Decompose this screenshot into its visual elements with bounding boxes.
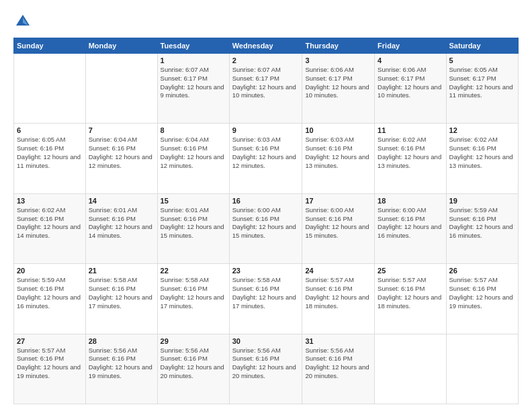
page: SundayMondayTuesdayWednesdayThursdayFrid… xyxy=(0,0,532,411)
day-number: 21 xyxy=(89,267,154,275)
day-info: Sunrise: 6:02 AM Sunset: 6:16 PM Dayligh… xyxy=(449,136,515,170)
day-info: Sunrise: 5:59 AM Sunset: 6:16 PM Dayligh… xyxy=(17,276,83,310)
calendar-cell: 16Sunrise: 6:00 AM Sunset: 6:16 PM Dayli… xyxy=(229,193,302,263)
header xyxy=(13,12,519,31)
day-info: Sunrise: 5:57 AM Sunset: 6:16 PM Dayligh… xyxy=(17,347,83,381)
weekday-header: Tuesday xyxy=(157,38,229,54)
day-number: 3 xyxy=(305,56,371,64)
calendar-cell: 11Sunrise: 6:02 AM Sunset: 6:16 PM Dayli… xyxy=(375,124,446,193)
calendar-cell: 12Sunrise: 6:02 AM Sunset: 6:16 PM Dayli… xyxy=(446,124,518,193)
calendar-cell: 26Sunrise: 5:57 AM Sunset: 6:16 PM Dayli… xyxy=(446,264,518,334)
calendar-week-row: 27Sunrise: 5:57 AM Sunset: 6:16 PM Dayli… xyxy=(14,334,519,404)
day-number: 4 xyxy=(378,56,443,64)
day-number: 17 xyxy=(305,197,371,205)
day-number: 7 xyxy=(89,126,154,134)
calendar-cell: 27Sunrise: 5:57 AM Sunset: 6:16 PM Dayli… xyxy=(14,334,86,404)
day-info: Sunrise: 6:00 AM Sunset: 6:16 PM Dayligh… xyxy=(232,206,300,240)
day-info: Sunrise: 6:04 AM Sunset: 6:16 PM Dayligh… xyxy=(89,136,154,170)
logo-icon xyxy=(13,12,32,31)
day-info: Sunrise: 6:07 AM Sunset: 6:17 PM Dayligh… xyxy=(161,66,226,100)
weekday-header: Monday xyxy=(85,38,157,54)
calendar-cell: 17Sunrise: 6:00 AM Sunset: 6:16 PM Dayli… xyxy=(302,193,375,263)
day-info: Sunrise: 6:02 AM Sunset: 6:16 PM Dayligh… xyxy=(17,206,83,240)
calendar-cell: 13Sunrise: 6:02 AM Sunset: 6:16 PM Dayli… xyxy=(14,193,86,263)
day-info: Sunrise: 6:06 AM Sunset: 6:17 PM Dayligh… xyxy=(305,66,371,100)
calendar-cell: 6Sunrise: 6:05 AM Sunset: 6:16 PM Daylig… xyxy=(14,124,86,193)
calendar-cell: 2Sunrise: 6:07 AM Sunset: 6:17 PM Daylig… xyxy=(229,54,302,124)
weekday-header: Saturday xyxy=(446,38,518,54)
calendar-week-row: 6Sunrise: 6:05 AM Sunset: 6:16 PM Daylig… xyxy=(14,124,519,193)
day-number: 1 xyxy=(161,56,226,64)
day-number: 5 xyxy=(449,56,515,64)
day-info: Sunrise: 6:00 AM Sunset: 6:16 PM Dayligh… xyxy=(305,206,371,240)
calendar-cell: 24Sunrise: 5:57 AM Sunset: 6:16 PM Dayli… xyxy=(302,264,375,334)
day-info: Sunrise: 6:03 AM Sunset: 6:16 PM Dayligh… xyxy=(305,136,371,170)
day-info: Sunrise: 6:05 AM Sunset: 6:16 PM Dayligh… xyxy=(17,136,83,170)
day-number: 28 xyxy=(89,337,154,345)
calendar-cell: 19Sunrise: 5:59 AM Sunset: 6:16 PM Dayli… xyxy=(446,193,518,263)
calendar-cell: 21Sunrise: 5:58 AM Sunset: 6:16 PM Dayli… xyxy=(85,264,157,334)
day-info: Sunrise: 5:57 AM Sunset: 6:16 PM Dayligh… xyxy=(378,276,443,310)
calendar-cell: 8Sunrise: 6:04 AM Sunset: 6:16 PM Daylig… xyxy=(157,124,229,193)
calendar-cell: 10Sunrise: 6:03 AM Sunset: 6:16 PM Dayli… xyxy=(302,124,375,193)
calendar-cell: 28Sunrise: 5:56 AM Sunset: 6:16 PM Dayli… xyxy=(85,334,157,404)
day-info: Sunrise: 5:57 AM Sunset: 6:16 PM Dayligh… xyxy=(449,276,515,310)
day-info: Sunrise: 6:06 AM Sunset: 6:17 PM Dayligh… xyxy=(378,66,443,100)
day-number: 20 xyxy=(17,267,83,275)
calendar-cell xyxy=(14,54,86,124)
day-info: Sunrise: 5:58 AM Sunset: 6:16 PM Dayligh… xyxy=(161,276,226,310)
day-number: 27 xyxy=(17,337,83,345)
day-info: Sunrise: 6:01 AM Sunset: 6:16 PM Dayligh… xyxy=(89,206,154,240)
day-info: Sunrise: 6:05 AM Sunset: 6:17 PM Dayligh… xyxy=(449,66,515,100)
calendar-cell: 4Sunrise: 6:06 AM Sunset: 6:17 PM Daylig… xyxy=(375,54,446,124)
weekday-header: Wednesday xyxy=(229,38,302,54)
day-number: 11 xyxy=(378,126,443,134)
day-info: Sunrise: 6:00 AM Sunset: 6:16 PM Dayligh… xyxy=(378,206,443,240)
day-number: 12 xyxy=(449,126,515,134)
day-number: 29 xyxy=(161,337,226,345)
day-info: Sunrise: 5:57 AM Sunset: 6:16 PM Dayligh… xyxy=(305,276,371,310)
day-number: 19 xyxy=(449,197,515,205)
calendar-cell: 3Sunrise: 6:06 AM Sunset: 6:17 PM Daylig… xyxy=(302,54,375,124)
calendar-cell xyxy=(446,334,518,404)
day-info: Sunrise: 6:04 AM Sunset: 6:16 PM Dayligh… xyxy=(161,136,226,170)
calendar-week-row: 13Sunrise: 6:02 AM Sunset: 6:16 PM Dayli… xyxy=(14,193,519,263)
day-info: Sunrise: 5:58 AM Sunset: 6:16 PM Dayligh… xyxy=(232,276,300,310)
day-number: 22 xyxy=(161,267,226,275)
day-number: 30 xyxy=(232,337,300,345)
calendar-header-row: SundayMondayTuesdayWednesdayThursdayFrid… xyxy=(14,38,519,54)
logo xyxy=(13,12,35,31)
calendar-cell: 25Sunrise: 5:57 AM Sunset: 6:16 PM Dayli… xyxy=(375,264,446,334)
day-number: 31 xyxy=(305,337,371,345)
day-number: 9 xyxy=(232,126,300,134)
weekday-header: Friday xyxy=(375,38,446,54)
day-number: 26 xyxy=(449,267,515,275)
calendar-cell: 29Sunrise: 5:56 AM Sunset: 6:16 PM Dayli… xyxy=(157,334,229,404)
calendar-cell: 5Sunrise: 6:05 AM Sunset: 6:17 PM Daylig… xyxy=(446,54,518,124)
calendar-cell: 14Sunrise: 6:01 AM Sunset: 6:16 PM Dayli… xyxy=(85,193,157,263)
calendar-cell: 30Sunrise: 5:56 AM Sunset: 6:16 PM Dayli… xyxy=(229,334,302,404)
calendar-week-row: 1Sunrise: 6:07 AM Sunset: 6:17 PM Daylig… xyxy=(14,54,519,124)
day-number: 24 xyxy=(305,267,371,275)
day-info: Sunrise: 6:03 AM Sunset: 6:16 PM Dayligh… xyxy=(232,136,300,170)
day-number: 25 xyxy=(378,267,443,275)
calendar-cell: 23Sunrise: 5:58 AM Sunset: 6:16 PM Dayli… xyxy=(229,264,302,334)
calendar-cell: 18Sunrise: 6:00 AM Sunset: 6:16 PM Dayli… xyxy=(375,193,446,263)
day-number: 15 xyxy=(161,197,226,205)
day-info: Sunrise: 5:56 AM Sunset: 6:16 PM Dayligh… xyxy=(89,347,154,381)
day-number: 16 xyxy=(232,197,300,205)
day-info: Sunrise: 6:02 AM Sunset: 6:16 PM Dayligh… xyxy=(378,136,443,170)
day-info: Sunrise: 5:56 AM Sunset: 6:16 PM Dayligh… xyxy=(161,347,226,381)
day-info: Sunrise: 5:59 AM Sunset: 6:16 PM Dayligh… xyxy=(449,206,515,240)
day-info: Sunrise: 6:07 AM Sunset: 6:17 PM Dayligh… xyxy=(232,66,300,100)
calendar-week-row: 20Sunrise: 5:59 AM Sunset: 6:16 PM Dayli… xyxy=(14,264,519,334)
day-number: 10 xyxy=(305,126,371,134)
calendar-cell: 15Sunrise: 6:01 AM Sunset: 6:16 PM Dayli… xyxy=(157,193,229,263)
calendar-cell: 22Sunrise: 5:58 AM Sunset: 6:16 PM Dayli… xyxy=(157,264,229,334)
calendar-cell xyxy=(85,54,157,124)
calendar-cell: 9Sunrise: 6:03 AM Sunset: 6:16 PM Daylig… xyxy=(229,124,302,193)
day-number: 6 xyxy=(17,126,83,134)
day-number: 2 xyxy=(232,56,300,64)
day-info: Sunrise: 5:58 AM Sunset: 6:16 PM Dayligh… xyxy=(89,276,154,310)
day-number: 18 xyxy=(378,197,443,205)
